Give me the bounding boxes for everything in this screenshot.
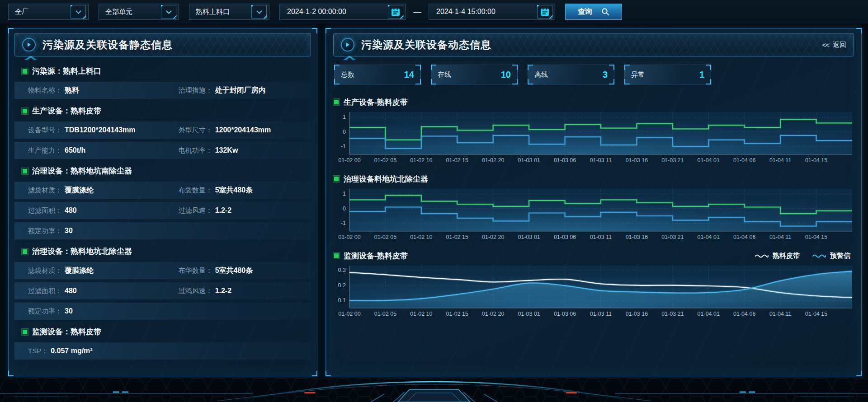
svg-text:01-02 20: 01-02 20: [482, 234, 504, 240]
play-icon: [341, 38, 354, 51]
corner-accent: [528, 65, 533, 70]
green-square-icon: [23, 69, 27, 74]
green-square-icon: [23, 109, 27, 113]
corner-accent: [528, 79, 533, 84]
info-value: 覆膜涤纶: [65, 266, 94, 276]
green-square-icon: [23, 330, 27, 334]
back-button[interactable]: << 返回: [822, 41, 846, 49]
date-start-input[interactable]: 2024-1-2 00:00:00: [279, 4, 406, 20]
legend-item-熟料皮带[interactable]: 熟料皮带: [755, 252, 800, 260]
info-cell: 设备型号：TDB1200*204143mm: [28, 126, 179, 135]
chevron-down-icon[interactable]: [251, 5, 267, 19]
svg-text:01-02 00: 01-02 00: [338, 234, 360, 240]
svg-text:-1: -1: [341, 220, 346, 226]
chevron-glyph: [166, 8, 172, 14]
corner-accent: [334, 79, 340, 84]
svg-text:01-03 11: 01-03 11: [590, 234, 612, 240]
corner-accent: [856, 28, 862, 33]
chart-block-2: 治理设备料地坑北除尘器10-101-02 0001-02 0501-02 100…: [333, 172, 854, 243]
section-header-row: 监测设备：熟料皮带: [14, 323, 311, 339]
svg-text:01-03 06: 01-03 06: [554, 311, 576, 317]
info-row: 额定功率：30: [14, 303, 311, 320]
svg-text:01-03 11: 01-03 11: [590, 311, 612, 317]
svg-text:01-04 01: 01-04 01: [698, 157, 720, 164]
svg-text:01-03 16: 01-03 16: [626, 157, 648, 164]
info-label: TSP：: [28, 347, 48, 355]
info-value: 1.2-2: [215, 206, 231, 215]
svg-text:0.1: 0.1: [338, 297, 346, 304]
svg-text:01-02 20: 01-02 20: [482, 157, 504, 164]
info-value: 覆膜涤纶: [65, 186, 94, 195]
svg-text:1: 1: [343, 191, 346, 197]
svg-text:0.3: 0.3: [338, 267, 346, 273]
svg-text:01-04 06: 01-04 06: [733, 157, 755, 164]
svg-text:-1: -1: [341, 143, 346, 150]
chart-svg: 10-101-02 0001-02 0501-02 1001-02 1501-0…: [333, 110, 854, 166]
date-end-input[interactable]: 2024-1-4 15:00:00: [429, 4, 555, 20]
corner-accent: [415, 79, 421, 84]
corner-accent: [431, 65, 436, 70]
section-header-text: 污染源：熟料上料口: [32, 66, 101, 76]
info-value: 5室共480条: [215, 266, 253, 276]
info-cell: 外型尺寸：1200*204143mm: [179, 126, 307, 135]
green-square-icon: [23, 249, 27, 254]
info-value: 处于封闭厂房内: [215, 86, 266, 95]
info-label: 过鸿风速：: [179, 287, 212, 295]
info-value: 熟料: [65, 86, 79, 95]
corner-accent: [415, 65, 421, 70]
svg-text:01-02 05: 01-02 05: [374, 234, 396, 240]
svg-text:01-02 15: 01-02 15: [446, 234, 468, 240]
dropdown-value: 全厂: [15, 8, 28, 16]
chart-svg: 0.30.20.101-02 0001-02 0501-02 1001-02 1…: [333, 263, 854, 319]
chart-svg: 10-101-02 0001-02 0501-02 1001-02 1501-0…: [333, 187, 854, 243]
calendar-icon[interactable]: [537, 5, 552, 19]
chart-title-row: 监测设备-熟料皮带熟料皮带预警信: [333, 249, 854, 262]
svg-text:01-04 15: 01-04 15: [805, 311, 827, 317]
chevron-down-icon[interactable]: [71, 5, 86, 19]
date-end-value: 2024-1-4 15:00:00: [436, 8, 495, 16]
dropdown-value: 全部单元: [105, 8, 132, 16]
svg-text:01-02 15: 01-02 15: [446, 311, 468, 317]
info-cell: 布袋数量：5室共480条: [179, 186, 307, 195]
svg-text:01-02 00: 01-02 00: [338, 157, 360, 164]
info-label: 物料名称：: [28, 86, 62, 95]
legend-item-预警信[interactable]: 预警信: [812, 252, 850, 260]
info-cell: 电机功率：132Kw: [179, 146, 307, 155]
info-value: 480: [65, 206, 77, 215]
filter-dropdown-1[interactable]: 全厂: [8, 4, 89, 20]
corner-accent: [431, 79, 436, 84]
info-row: 生产能力：650t/h电机功率：132Kw: [14, 142, 311, 159]
corner-accent: [609, 65, 614, 70]
info-label: 过滤面积：: [28, 206, 62, 215]
static-info-rows: 污染源：熟料上料口物料名称：熟料治理措施：处于封闭厂房内生产设备：熟料皮带设备型…: [14, 62, 311, 360]
info-row: 滤袋材质：覆膜涤纶布华数量：5室共480条: [14, 262, 311, 279]
svg-text:01-02 20: 01-02 20: [482, 311, 504, 317]
info-cell: TSP：0.057 mg/m³: [28, 347, 179, 355]
calendar-icon: [391, 7, 401, 17]
stat-label: 离线: [534, 70, 548, 79]
stat-card-离线: 离线3: [528, 65, 614, 84]
stat-value: 10: [501, 70, 511, 80]
info-row: 物料名称：熟料治理措施：处于封闭厂房内: [14, 82, 311, 99]
svg-text:01-02 00: 01-02 00: [338, 311, 360, 317]
svg-text:01-03 21: 01-03 21: [661, 234, 684, 240]
stat-card-在线: 在线10: [431, 65, 518, 84]
filter-dropdown-2[interactable]: 全部单元: [99, 4, 179, 20]
filter-dropdown-3[interactable]: 熟料上料口: [189, 4, 269, 20]
svg-text:01-03 01: 01-03 01: [518, 311, 540, 317]
chevron-down-icon[interactable]: [161, 5, 176, 19]
svg-text:0.2: 0.2: [338, 282, 346, 289]
calendar-icon[interactable]: [388, 5, 403, 19]
top-toolbar: 全厂全部单元熟料上料口 2024-1-2 00:00:00 — 2024-1-4…: [0, 0, 868, 23]
svg-text:01-04 11: 01-04 11: [769, 234, 791, 240]
query-button[interactable]: 查询: [565, 4, 622, 20]
svg-text:01-03 21: 01-03 21: [661, 157, 684, 164]
svg-text:01-03 16: 01-03 16: [626, 311, 648, 317]
chart-title: 生产设备-熟料皮带: [344, 97, 408, 108]
section-header-row: 生产设备：熟料皮带: [14, 102, 311, 118]
corner-accent: [624, 79, 630, 84]
info-value: 1.2-2: [215, 287, 231, 295]
corner-accent: [8, 371, 14, 376]
section-header-text: 治理设备：熟料地坑南除尘器: [32, 166, 132, 176]
section-header-row: 污染源：熟料上料口: [14, 62, 311, 79]
